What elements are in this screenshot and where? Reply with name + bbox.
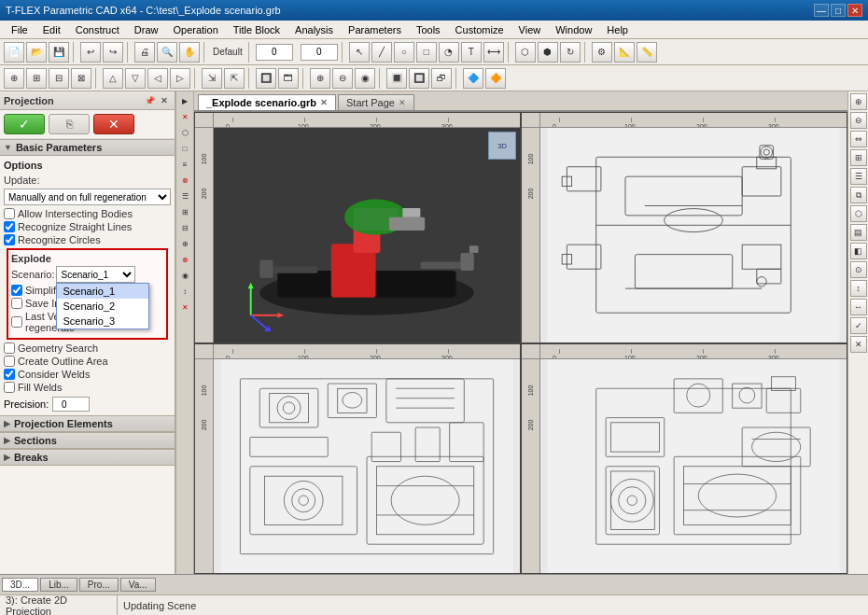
mid-btn-11-red[interactable]: ⊗ — [177, 252, 192, 267]
nav-cube[interactable]: 3D — [488, 132, 516, 160]
tb2-6[interactable]: ▽ — [125, 68, 146, 89]
menu-operation[interactable]: Operation — [165, 22, 225, 37]
fill-welds-checkbox[interactable] — [4, 382, 15, 393]
consider-welds-checkbox[interactable] — [4, 369, 15, 380]
rt-btn-10[interactable]: ⊙ — [850, 261, 867, 278]
mid-btn-14-red[interactable]: ✕ — [177, 300, 192, 314]
rt-btn-9[interactable]: ◧ — [850, 243, 867, 259]
simplify-geo-checkbox[interactable] — [11, 285, 22, 296]
create-outline-checkbox[interactable] — [4, 356, 15, 367]
tb-zoom[interactable]: 🔍 — [157, 42, 177, 63]
menu-customize[interactable]: Customize — [448, 22, 511, 37]
tb-arc[interactable]: ◔ — [439, 42, 459, 63]
toolbar-input-1[interactable] — [256, 44, 293, 61]
cancel-button[interactable]: ✕ — [93, 114, 134, 134]
mid-btn-8[interactable]: ⊞ — [177, 204, 192, 219]
scenario-popup-item-2[interactable]: Scenario_3 — [57, 314, 148, 328]
tab-explode-close[interactable]: ✕ — [320, 98, 328, 107]
mid-btn-12[interactable]: ◉ — [177, 268, 192, 283]
menu-parameters[interactable]: Parameters — [341, 22, 409, 37]
tb2-2[interactable]: ⊞ — [26, 68, 47, 89]
tb-revolve[interactable]: ↻ — [560, 42, 581, 63]
tb2-14[interactable]: ⊖ — [332, 68, 353, 89]
scenario-select[interactable]: Scenario_1 Scenario_2 Scenario_3 — [56, 266, 135, 283]
tb-select[interactable]: ↖ — [349, 42, 370, 63]
recognize-straight-checkbox[interactable] — [4, 221, 15, 232]
tb-rect[interactable]: □ — [416, 42, 437, 63]
minimize-button[interactable]: — — [814, 4, 829, 17]
tb-extrude[interactable]: ⬢ — [538, 42, 558, 63]
tb-print[interactable]: 🖨 — [134, 42, 155, 63]
save-inform-checkbox[interactable] — [11, 298, 22, 309]
tb2-5[interactable]: △ — [103, 68, 123, 89]
viewport-topright[interactable]: 0 100 200 300 100 200 — [521, 112, 847, 343]
rt-btn-5[interactable]: ☰ — [850, 168, 867, 185]
viewport-3d[interactable]: 0 100 200 300 100 200 — [194, 112, 521, 343]
tb2-4[interactable]: ⊠ — [71, 68, 91, 89]
tb-text[interactable]: T — [461, 42, 482, 63]
tb-open[interactable]: 📂 — [26, 42, 47, 63]
mid-btn-13[interactable]: ↕ — [177, 284, 192, 299]
update-select[interactable]: Manually and on full regeneration Always… — [4, 189, 171, 205]
menu-construct[interactable]: Construct — [68, 22, 127, 37]
scenario-popup-item-0[interactable]: Scenario_1 — [57, 284, 148, 299]
tb2-18[interactable]: 🗗 — [431, 68, 452, 89]
tb2-15[interactable]: ◉ — [355, 68, 375, 89]
rt-btn-11[interactable]: ↕ — [850, 280, 867, 297]
viewport-bottomleft[interactable]: 0 100 200 300 100 200 — [194, 343, 521, 575]
mid-btn-7[interactable]: ☰ — [177, 189, 192, 203]
tb2-16[interactable]: 🔳 — [386, 68, 407, 89]
rt-btn-12[interactable]: ↔ — [850, 299, 867, 315]
bottom-tab-pro[interactable]: Pro... — [79, 578, 119, 592]
pin-button[interactable]: 📌 — [143, 94, 156, 107]
rt-btn-13[interactable]: ✓ — [850, 317, 867, 334]
tb2-10[interactable]: ⇱ — [224, 68, 245, 89]
viewport-bottomright[interactable]: 0 100 200 300 100 200 — [521, 343, 847, 575]
geometry-search-checkbox[interactable] — [4, 342, 15, 354]
tb2-12[interactable]: 🗔 — [278, 68, 299, 89]
tab-explode[interactable]: _Explode scenario.grb ✕ — [198, 94, 336, 110]
rt-btn-3[interactable]: ⇔ — [850, 131, 867, 147]
tb-undo[interactable]: ↩ — [80, 42, 101, 63]
menu-file[interactable]: File — [4, 22, 35, 37]
tb-line[interactable]: ╱ — [371, 42, 392, 63]
rt-btn-7[interactable]: ⬡ — [850, 205, 867, 222]
tb-extra1[interactable]: ⚙ — [592, 42, 612, 63]
rt-btn-4[interactable]: ⊞ — [850, 149, 867, 166]
mid-btn-9[interactable]: ⊟ — [177, 220, 192, 235]
tb-extra3[interactable]: 📏 — [637, 42, 657, 63]
tb-redo[interactable]: ↪ — [103, 42, 123, 63]
tab-startpage[interactable]: Start Page ✕ — [338, 94, 414, 110]
copy-button[interactable]: ⎘ — [49, 114, 90, 134]
bottom-tab-va[interactable]: Va... — [120, 578, 156, 592]
tb2-1[interactable]: ⊕ — [4, 68, 24, 89]
mid-btn-2d[interactable]: □ — [177, 141, 192, 156]
tb2-20[interactable]: 🔶 — [485, 68, 506, 89]
menu-analysis[interactable]: Analysis — [287, 22, 341, 37]
menu-draw[interactable]: Draw — [127, 22, 166, 37]
tb2-9[interactable]: ⇲ — [202, 68, 222, 89]
maximize-button[interactable]: □ — [831, 4, 846, 17]
tb2-3[interactable]: ⊟ — [49, 68, 69, 89]
scenario-popup-item-1[interactable]: Scenario_2 — [57, 299, 148, 314]
menu-titleblock[interactable]: Title Block — [226, 22, 287, 37]
close-button[interactable]: ✕ — [847, 4, 862, 17]
tb2-17[interactable]: 🔲 — [409, 68, 429, 89]
rt-btn-14[interactable]: ✕ — [850, 336, 867, 353]
tb-save[interactable]: 💾 — [49, 42, 69, 63]
menu-view[interactable]: View — [511, 22, 549, 37]
close-panel-button[interactable]: ✕ — [158, 94, 171, 107]
toolbar-input-2[interactable] — [301, 44, 338, 61]
menu-help[interactable]: Help — [599, 22, 636, 37]
mid-btn-cancel[interactable]: ✕ — [177, 109, 192, 124]
tb-new[interactable]: 📄 — [4, 42, 24, 63]
menu-window[interactable]: Window — [548, 22, 599, 37]
basic-parameters-header[interactable]: ▼ Basic Parameters — [0, 139, 175, 156]
panel-scroll-area[interactable]: ▼ Basic Parameters Options Update: Manua… — [0, 139, 175, 574]
breaks-header[interactable]: ▶ Breaks — [0, 449, 175, 466]
rt-btn-1[interactable]: ⊕ — [850, 93, 867, 110]
precision-input[interactable] — [52, 397, 90, 412]
recognize-circles-checkbox[interactable] — [4, 234, 15, 245]
menu-tools[interactable]: Tools — [409, 22, 448, 37]
mid-btn-10[interactable]: ⊕ — [177, 236, 192, 251]
